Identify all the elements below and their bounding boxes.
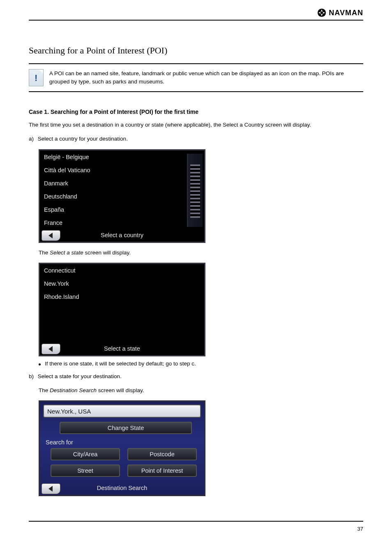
postcode-button[interactable]: Postcode [127,448,197,460]
city-area-button[interactable]: City/Area [51,448,120,460]
poi-button[interactable]: Point of Interest [127,465,197,477]
step-a-followup: The Select a state screen will display. [39,249,363,257]
followup-b-suffix: screen will display. [97,387,144,393]
brand-logo: NAVMAN [317,8,363,17]
scroll-thumb[interactable] [190,164,200,218]
search-for-label: Search for [46,439,204,446]
list-item[interactable]: France [40,216,204,229]
step-b-text: Select a state for your destination. [38,373,122,379]
intro-text: The first time you set a destination in … [29,121,363,129]
followup-prefix: The [39,250,50,256]
note-text: A POI can be an named site, feature, lan… [49,69,363,86]
step-b: b) Select a state for your destination. [29,372,363,381]
scrollbar[interactable] [187,154,203,227]
section-title: Searching for a Point of Interest (POI) [29,45,363,56]
destination-panel: New.York., USA Change State Search for C… [39,400,205,496]
bullet-icon [39,363,41,365]
case-title: Case 1. Searching for a Point of Interes… [29,109,363,115]
list-item[interactable]: Deutschland [40,190,204,203]
step-a-text: Select a country for your destination. [38,136,128,142]
brand-text: NAVMAN [329,9,363,17]
step-b-letter: b) [29,372,36,381]
list-item[interactable]: Connecticut [40,264,204,277]
list-item[interactable]: Rhode.Island [40,290,204,303]
bullet-text: If there is one state, it will be select… [45,361,196,367]
street-button[interactable]: Street [51,465,120,477]
navman-icon [317,8,326,17]
state-list[interactable]: Connecticut New.York Rhode.Island [40,264,204,343]
page-header: NAVMAN [29,8,363,21]
step-b-followup: The Destination Search screen will displ… [39,386,363,395]
followup-b-italic: Destination Search [50,387,97,393]
list-item[interactable]: Città del Vaticano [40,164,204,177]
step-a-letter: a) [29,135,36,143]
country-footer: Select a country [40,229,204,242]
location-field[interactable]: New.York., USA [43,404,201,418]
followup-italic: Select a state [50,250,83,256]
state-footer: Select a state [40,343,204,355]
state-footer-caption: Select a state [40,345,204,352]
bullet-note: If there is one state, it will be select… [39,361,363,367]
followup-b-prefix: The [39,387,50,393]
list-item[interactable]: België - Belgique [40,150,204,164]
state-screen: Connecticut New.York Rhode.Island Select… [39,263,205,356]
list-item[interactable]: Danmark [40,177,204,190]
list-item[interactable]: España [40,203,204,216]
country-list[interactable]: België - Belgique Città del Vaticano Dan… [40,150,204,229]
step-a: a) Select a country for your destination… [29,135,363,143]
note-icon [29,69,44,86]
page-number: 37 [29,521,363,532]
country-footer-caption: Select a country [40,232,204,238]
destination-footer-caption: Destination Search [40,485,204,491]
followup-suffix: screen will display. [83,250,131,256]
note-box: A POI can be an named site, feature, lan… [29,63,363,92]
change-state-button[interactable]: Change State [60,422,192,434]
country-screen: België - Belgique Città del Vaticano Dan… [39,149,205,243]
destination-footer: Destination Search [40,483,204,495]
list-item[interactable]: New.York [40,277,204,290]
